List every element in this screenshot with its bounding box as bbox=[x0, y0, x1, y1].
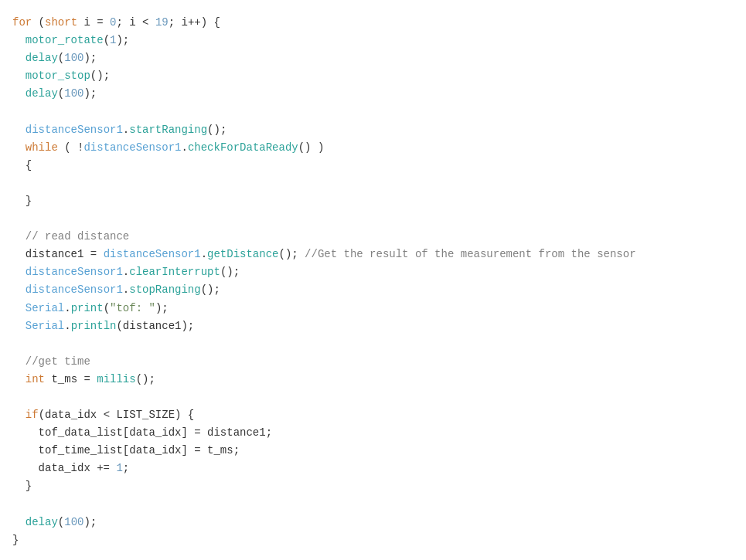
line-12 bbox=[12, 210, 734, 228]
line-18: Serial.println(distance1); bbox=[12, 317, 734, 335]
line-25: tof_time_list[data_idx] = t_ms; bbox=[12, 442, 734, 460]
line-13: // read distance bbox=[12, 228, 734, 246]
line-8: while ( !distanceSensor1.checkForDataRea… bbox=[12, 139, 734, 157]
line-10 bbox=[12, 175, 734, 192]
line-6 bbox=[12, 103, 734, 120]
line-21: int t_ms = millis(); bbox=[12, 371, 734, 389]
line-17: Serial.print("tof: "); bbox=[12, 300, 734, 317]
code-editor: for (short i = 0; i < 19; i++) { motor_r… bbox=[0, 8, 746, 555]
line-16: distanceSensor1.stopRanging(); bbox=[12, 281, 734, 299]
line-19 bbox=[12, 335, 734, 353]
line-15: distanceSensor1.clearInterrupt(); bbox=[12, 263, 734, 281]
line-30: } bbox=[12, 531, 734, 549]
line-3: delay(100); bbox=[12, 49, 734, 67]
line-27: } bbox=[12, 477, 734, 495]
line-4: motor_stop(); bbox=[12, 67, 734, 85]
line-7: distanceSensor1.startRanging(); bbox=[12, 121, 734, 139]
line-22 bbox=[12, 389, 734, 406]
line-1: for (short i = 0; i < 19; i++) { bbox=[12, 14, 734, 32]
line-11: } bbox=[12, 192, 734, 210]
line-26: data_idx += 1; bbox=[12, 460, 734, 477]
line-5: delay(100); bbox=[12, 85, 734, 103]
line-20: //get time bbox=[12, 353, 734, 371]
line-9: { bbox=[12, 157, 734, 175]
line-14: distance1 = distanceSensor1.getDistance(… bbox=[12, 246, 734, 263]
line-24: tof_data_list[data_idx] = distance1; bbox=[12, 424, 734, 442]
line-29: delay(100); bbox=[12, 514, 734, 531]
line-28 bbox=[12, 496, 734, 514]
line-23: if(data_idx < LIST_SIZE) { bbox=[12, 406, 734, 424]
line-2: motor_rotate(1); bbox=[12, 32, 734, 49]
